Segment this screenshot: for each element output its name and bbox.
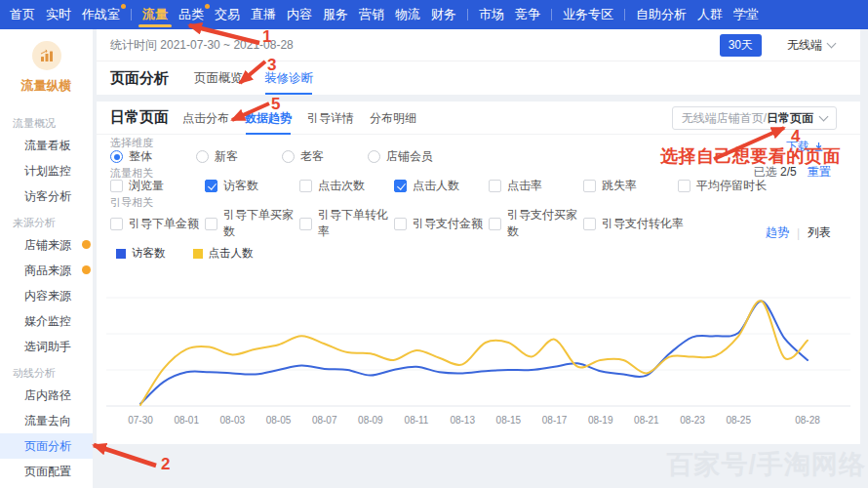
selected-label: 已选	[754, 165, 777, 179]
page-tabs-row: 页面分析 页面概览 装修诊断	[97, 61, 860, 95]
dimension-filter-row: 整体 新客 老客 店铺会员	[110, 148, 433, 165]
svg-text:08-13: 08-13	[450, 415, 475, 426]
checkbox-guide-order-cvr[interactable]: 引导下单转化率	[299, 207, 394, 240]
checkbox-pageviews[interactable]: 浏览量	[110, 178, 205, 194]
subtab-data-trend[interactable]: 数据趋势	[245, 102, 292, 135]
trend-chart-area: 07-3008-0108-0308-0508-0708-0908-1108-13…	[97, 256, 860, 439]
subtab-guide-detail[interactable]: 引导详情	[307, 102, 354, 135]
checkbox-icon	[110, 218, 123, 230]
svg-text:08-28: 08-28	[795, 415, 820, 426]
checkbox-guide-order-amount[interactable]: 引导下单金额	[110, 216, 205, 232]
main-content: 统计时间 2021-07-30 ~ 2021-08-28 30天 无线端 页面分…	[93, 29, 868, 488]
radio-shop-member[interactable]: 店铺会员	[368, 148, 433, 165]
traffic-filter-row: 浏览量 访客数 点击次数 点击人数 点击率 跳失率 平均停留时长	[110, 178, 767, 194]
sidebar-item-media-monitor[interactable]: 媒介监控	[0, 308, 93, 334]
tab-decoration-diagnosis[interactable]: 装修诊断	[264, 61, 313, 95]
nav-divider	[467, 9, 468, 20]
nav-item-self-analysis[interactable]: 自助分析	[636, 0, 687, 29]
nav-item-finance[interactable]: 财务	[431, 0, 456, 29]
stats-period-row: 统计时间 2021-07-30 ~ 2021-08-28 30天 无线端	[97, 29, 860, 61]
nav-item-competition[interactable]: 竞争	[515, 0, 540, 29]
nav-item-academy[interactable]: 学堂	[733, 0, 759, 29]
nav-item-realtime[interactable]: 实时	[46, 0, 71, 29]
range-30d-button[interactable]: 30天	[720, 34, 762, 57]
checkbox-guide-order-buyers[interactable]: 引导下单买家数	[205, 207, 299, 240]
sidebar-item-visitor-analysis[interactable]: 访客分析	[0, 183, 93, 209]
nav-item-home[interactable]: 首页	[10, 0, 35, 29]
svg-text:08-11: 08-11	[405, 415, 429, 426]
stats-period-value: 2021-07-30 ~ 2021-08-28	[160, 38, 293, 52]
radio-icon	[110, 150, 123, 163]
radio-new-customer[interactable]: 新客	[196, 148, 282, 165]
checkbox-label: 点击率	[507, 178, 542, 194]
radio-label: 老客	[300, 148, 324, 165]
radio-label: 店铺会员	[386, 148, 433, 165]
trend-line-chart: 07-3008-0108-0308-0508-0708-0908-1108-13…	[97, 256, 860, 439]
checkbox-avg-stay-time[interactable]: 平均停留时长	[678, 178, 767, 194]
nav-item-category[interactable]: 品类	[178, 0, 204, 29]
notification-dot	[205, 4, 210, 9]
sidebar-item-keyword-helper[interactable]: 选词助手	[0, 334, 93, 359]
checkbox-guide-pay-buyers[interactable]: 引导支付买家数	[489, 207, 583, 240]
chevron-down-icon	[819, 111, 829, 121]
svg-text:08-23: 08-23	[680, 415, 705, 426]
sidebar-item-page-analysis[interactable]: 页面分析	[0, 433, 93, 459]
nav-item-label: 作战室	[82, 7, 120, 21]
subtab-click-distribution[interactable]: 点击分布	[182, 102, 229, 135]
checkbox-icon	[489, 180, 501, 192]
sidebar-item-item-source[interactable]: 商品来源	[0, 258, 93, 283]
svg-text:07-30: 07-30	[128, 415, 153, 426]
reset-link[interactable]: 重置	[808, 165, 831, 179]
traffic-logo-icon	[32, 41, 61, 70]
nav-item-service[interactable]: 服务	[323, 0, 348, 29]
checkbox-bounce-rate[interactable]: 跳失率	[583, 178, 678, 194]
page-select-prefix: 无线端店铺首页/	[682, 110, 767, 127]
radio-overall[interactable]: 整体	[110, 148, 196, 165]
sidebar-group-header: 来源分析	[0, 209, 93, 232]
tab-page-overview[interactable]: 页面概览	[194, 61, 243, 95]
checkbox-guide-pay-amount[interactable]: 引导支付金额	[394, 216, 489, 232]
checkbox-icon	[394, 180, 407, 192]
checkbox-click-users[interactable]: 点击人数	[394, 178, 489, 194]
page-select-dropdown[interactable]: 无线端店铺首页/日常页面	[672, 106, 837, 130]
nav-item-market[interactable]: 市场	[479, 0, 504, 29]
nav-item-business-zone[interactable]: 业务专区	[563, 0, 613, 29]
checkbox-label: 引导下单买家数	[223, 207, 299, 240]
view-trend-link[interactable]: 趋势	[766, 224, 789, 241]
radio-label: 整体	[129, 148, 152, 165]
checkbox-clicks[interactable]: 点击次数	[299, 178, 394, 194]
nav-item-content[interactable]: 内容	[287, 0, 312, 29]
top-nav: 首页 实时 作战室 流量 品类 交易 直播 内容 服务 营销 物流 财务 市场 …	[0, 0, 868, 29]
nav-divider	[131, 9, 132, 20]
checkbox-visitors[interactable]: 访客数	[205, 178, 299, 194]
nav-item-trade[interactable]: 交易	[215, 0, 240, 29]
checkbox-guide-pay-cvr[interactable]: 引导支付转化率	[583, 216, 684, 232]
nav-item-traffic[interactable]: 流量	[142, 0, 168, 29]
nav-item-live[interactable]: 直播	[251, 0, 276, 29]
sidebar-item-shop-source[interactable]: 店铺来源	[0, 232, 93, 258]
svg-text:08-15: 08-15	[496, 415, 522, 426]
radio-icon	[368, 150, 380, 163]
radio-old-customer[interactable]: 老客	[282, 148, 368, 165]
header-card: 统计时间 2021-07-30 ~ 2021-08-28 30天 无线端 页面分…	[97, 29, 860, 95]
panel-card: 日常页面 点击分布 数据趋势 引导详情 分布明细 无线端店铺首页/日常页面 下载…	[97, 102, 860, 444]
sidebar-item-instore-path[interactable]: 店内路径	[0, 383, 93, 408]
view-list-link[interactable]: 列表	[808, 224, 831, 241]
download-link[interactable]: 下载	[786, 139, 824, 155]
notification-dot	[121, 4, 126, 9]
subtab-distribution-detail[interactable]: 分布明细	[370, 102, 416, 135]
sidebar-item-content-source[interactable]: 内容来源	[0, 283, 93, 308]
sidebar-item-traffic-board[interactable]: 流量看板	[0, 133, 93, 158]
svg-text:08-05: 08-05	[266, 415, 292, 426]
sidebar-item-plan-monitor[interactable]: 计划监控	[0, 158, 93, 183]
sidebar-item-page-config[interactable]: 页面配置	[0, 459, 93, 484]
nav-item-audience[interactable]: 人群	[697, 0, 723, 29]
nav-item-logistics[interactable]: 物流	[395, 0, 420, 29]
panel-title: 日常页面	[110, 108, 169, 127]
nav-item-warroom[interactable]: 作战室	[82, 0, 120, 29]
nav-item-marketing[interactable]: 营销	[359, 0, 384, 29]
sidebar-item-traffic-destination[interactable]: 流量去向	[0, 408, 93, 433]
device-select[interactable]: 无线端	[787, 37, 835, 54]
sidebar-logo-title: 流量纵横	[0, 77, 93, 95]
checkbox-ctr[interactable]: 点击率	[489, 178, 583, 194]
